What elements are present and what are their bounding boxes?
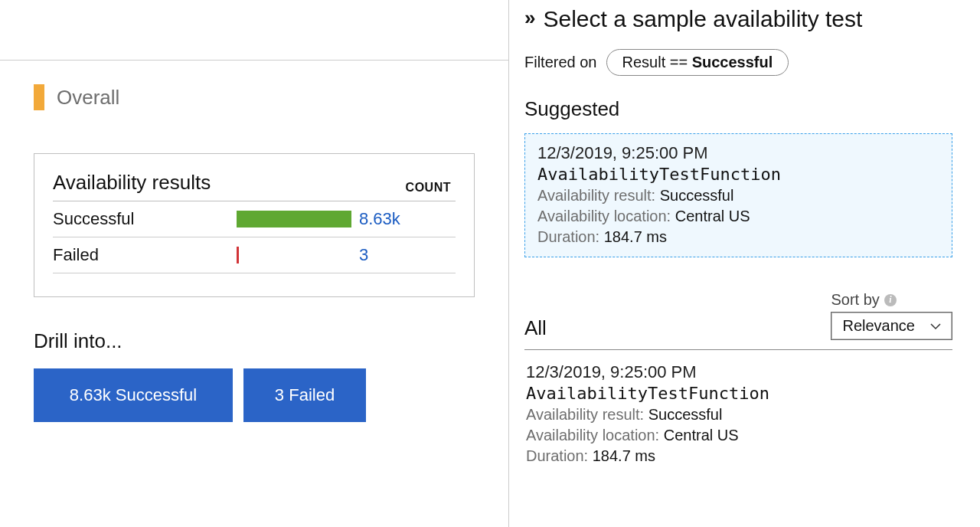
sample-name: AvailabilityTestFunction: [526, 384, 951, 403]
sample-timestamp: 12/3/2019, 9:25:00 PM: [526, 362, 951, 382]
result-count: 8.63k: [359, 209, 436, 229]
sample-name: AvailabilityTestFunction: [537, 165, 939, 184]
duration-key: Duration:: [526, 447, 588, 464]
result-key: Availability result:: [537, 187, 655, 204]
top-divider: [0, 60, 508, 61]
right-header: » Select a sample availability test: [524, 0, 952, 32]
filter-pill[interactable]: Result == Successful: [606, 49, 789, 76]
chevron-down-icon: [930, 320, 941, 332]
right-pane: » Select a sample availability test Filt…: [509, 0, 980, 527]
sample-timestamp: 12/3/2019, 9:25:00 PM: [537, 143, 939, 163]
filter-value: Successful: [692, 54, 773, 70]
sort-block: Sort by i Relevance: [831, 291, 952, 340]
duration-value: 184.7 ms: [593, 447, 655, 464]
right-pane-title: Select a sample availability test: [543, 6, 862, 32]
result-bar-cell: [237, 247, 359, 264]
suggested-sample-card[interactable]: 12/3/2019, 9:25:00 PM AvailabilityTestFu…: [524, 133, 952, 257]
result-row-successful[interactable]: Successful 8.63k: [53, 201, 456, 237]
all-heading: All: [524, 316, 547, 340]
info-icon[interactable]: i: [884, 294, 897, 306]
results-title: Availability results: [53, 171, 211, 195]
all-header-row: All Sort by i Relevance: [524, 291, 952, 340]
overall-marker-icon: [34, 84, 44, 110]
drill-buttons-row: 8.63k Successful 3 Failed: [34, 368, 475, 422]
result-row-failed[interactable]: Failed 3: [53, 237, 456, 273]
result-count: 3: [359, 245, 436, 265]
availability-results-box: Availability results COUNT Successful 8.…: [34, 153, 475, 297]
location-key: Availability location:: [526, 427, 659, 444]
location-value: Central US: [664, 427, 739, 444]
result-value: Successful: [660, 187, 734, 204]
location-value: Central US: [675, 208, 750, 224]
left-content: Overall Availability results COUNT Succe…: [0, 0, 508, 422]
all-sample-item[interactable]: 12/3/2019, 9:25:00 PM AvailabilityTestFu…: [524, 350, 952, 465]
drill-successful-button[interactable]: 8.63k Successful: [34, 368, 233, 422]
left-pane: Overall Availability results COUNT Succe…: [0, 0, 509, 527]
result-key: Availability result:: [526, 406, 644, 423]
sort-dropdown[interactable]: Relevance: [831, 312, 952, 340]
overall-label: Overall: [57, 86, 119, 110]
result-bar-cell: [237, 211, 359, 227]
sort-by-label: Sort by: [831, 291, 879, 309]
result-label: Failed: [53, 245, 237, 265]
filter-row: Filtered on Result == Successful: [524, 49, 952, 76]
duration-key: Duration:: [537, 228, 599, 245]
sort-by-label-row: Sort by i: [831, 291, 952, 309]
sort-value: Relevance: [842, 317, 915, 335]
drill-into-label: Drill into...: [34, 329, 475, 353]
overall-header: Overall: [34, 84, 475, 110]
filter-key: Result ==: [622, 54, 692, 70]
expand-icon[interactable]: »: [524, 6, 535, 28]
bar-icon: [237, 211, 351, 227]
result-label: Successful: [53, 209, 237, 229]
result-value: Successful: [648, 406, 723, 423]
duration-value: 184.7 ms: [604, 228, 667, 245]
bar-icon: [237, 247, 239, 264]
drill-failed-button[interactable]: 3 Failed: [243, 368, 366, 422]
app-layout: Overall Availability results COUNT Succe…: [0, 0, 980, 527]
count-column-header: COUNT: [406, 181, 456, 195]
suggested-heading: Suggested: [524, 97, 952, 121]
filtered-on-label: Filtered on: [524, 54, 597, 71]
location-key: Availability location:: [537, 208, 671, 224]
results-header-row: Availability results COUNT: [53, 166, 456, 201]
